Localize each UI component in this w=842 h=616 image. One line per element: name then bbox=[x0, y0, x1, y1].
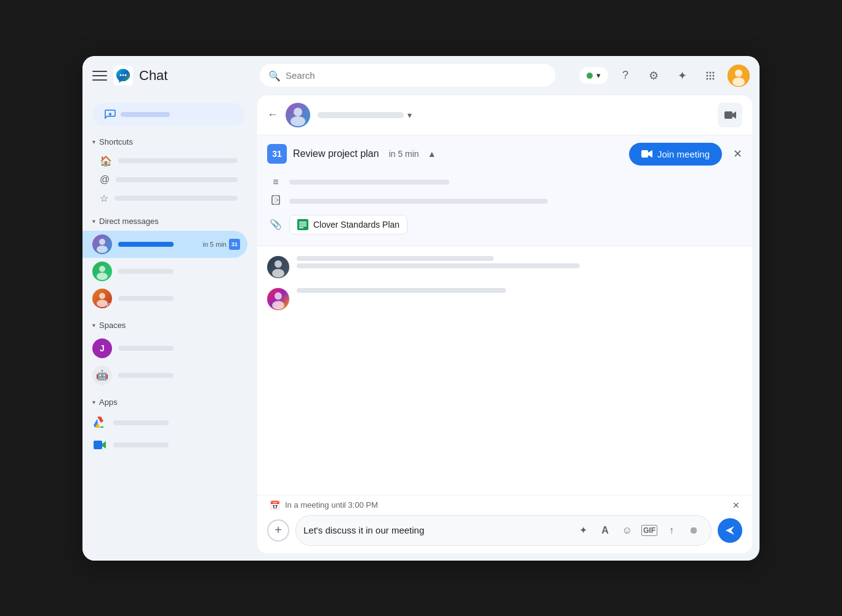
status-button[interactable]: ▾ bbox=[579, 67, 608, 84]
msg-avatar-1 bbox=[267, 256, 289, 278]
new-chat-button[interactable] bbox=[92, 103, 245, 126]
dm-avatar-3 bbox=[92, 289, 112, 308]
shortcuts-section-header[interactable]: ▾ Shortcuts bbox=[82, 134, 255, 150]
dm-item-3[interactable] bbox=[82, 285, 247, 312]
new-chat-icon bbox=[105, 109, 116, 120]
dm-avatar-1 bbox=[92, 234, 112, 254]
shortcut-label-bar bbox=[114, 196, 238, 201]
upload-button[interactable]: ↑ bbox=[662, 521, 681, 540]
svg-rect-34 bbox=[299, 223, 307, 225]
close-banner-button[interactable]: ✕ bbox=[733, 147, 742, 161]
emoji-icon: ☺ bbox=[622, 525, 632, 536]
chat-header-chevron: ▾ bbox=[407, 110, 412, 120]
shortcut-item-starred[interactable]: ☆ bbox=[82, 189, 247, 208]
msg-avatar-img-1 bbox=[267, 256, 289, 278]
shortcut-item-home[interactable]: 🏠 bbox=[82, 151, 247, 170]
chat-footer: 📅 In a meeting until 3:00 PM ✕ + ✦ bbox=[257, 495, 752, 553]
send-button[interactable] bbox=[718, 518, 742, 543]
chat-header-name[interactable]: ▾ bbox=[318, 110, 412, 120]
svg-point-18 bbox=[99, 239, 105, 245]
join-label: Join meeting bbox=[657, 149, 710, 159]
dm-item-2[interactable] bbox=[82, 258, 247, 285]
svg-point-37 bbox=[275, 260, 282, 268]
space-name-bot bbox=[118, 373, 174, 378]
svg-point-23 bbox=[97, 300, 108, 307]
svg-point-5 bbox=[710, 71, 712, 73]
attachment-row: 📎 Clover Standards Plan bbox=[270, 211, 740, 238]
attachment-icon: 📎 bbox=[270, 218, 282, 230]
notif-dot bbox=[107, 303, 112, 308]
gif-button[interactable]: GIF bbox=[640, 521, 659, 540]
topbar-right: ▾ ? ⚙ ✦ bbox=[579, 65, 750, 87]
meeting-status-close[interactable]: ✕ bbox=[732, 500, 740, 510]
help-button[interactable]: ? bbox=[614, 65, 636, 87]
spaces-section-header[interactable]: ▾ Spaces bbox=[82, 317, 255, 334]
message-input[interactable] bbox=[303, 525, 571, 535]
record-icon: ⏺ bbox=[689, 525, 699, 536]
space-avatar-bot: 🤖 bbox=[92, 366, 112, 385]
video-call-button[interactable] bbox=[718, 103, 742, 127]
join-meeting-button[interactable]: Join meeting bbox=[629, 143, 722, 166]
attachment-chip[interactable]: Clover Standards Plan bbox=[289, 215, 407, 234]
search-input[interactable] bbox=[260, 64, 555, 87]
gif-icon: GIF bbox=[641, 525, 657, 536]
dm-name-2 bbox=[118, 269, 174, 274]
svg-point-40 bbox=[272, 301, 284, 310]
dm-name-3 bbox=[118, 296, 174, 301]
meeting-expand-icon[interactable]: ▲ bbox=[428, 149, 436, 159]
apps-button[interactable] bbox=[699, 65, 721, 87]
input-actions: ✦ A ☺ GIF ↑ bbox=[573, 521, 704, 540]
svg-point-3 bbox=[125, 74, 127, 76]
meeting-row-2 bbox=[270, 191, 740, 211]
apps-section-header[interactable]: ▾ Apps bbox=[82, 394, 255, 410]
meeting-details: ≡ 📎 bbox=[267, 173, 742, 238]
shortcut-item-mentions[interactable]: @ bbox=[82, 170, 247, 189]
meeting-status-text: In a meeting until 3:00 PM bbox=[285, 500, 378, 510]
svg-rect-35 bbox=[299, 225, 307, 226]
dm-avatar-2 bbox=[92, 262, 112, 281]
msg-avatar-2 bbox=[267, 288, 289, 310]
msg-content-2 bbox=[297, 288, 742, 293]
space-item-j[interactable]: J bbox=[82, 335, 247, 362]
svg-point-1 bbox=[120, 74, 122, 76]
svg-point-19 bbox=[97, 246, 108, 253]
space-name-j bbox=[118, 346, 174, 351]
message-2 bbox=[267, 288, 742, 310]
dm-item-1[interactable]: in 5 min 31 bbox=[82, 231, 247, 258]
app-name-drive bbox=[113, 420, 169, 425]
sparkle-icon: ✦ bbox=[579, 524, 587, 536]
ai-button[interactable]: ✦ bbox=[671, 65, 693, 87]
menu-icon[interactable] bbox=[92, 68, 107, 83]
dm-chevron: ▾ bbox=[92, 218, 95, 225]
app-title: Chat bbox=[139, 68, 167, 84]
settings-button[interactable]: ⚙ bbox=[643, 65, 665, 87]
spaces-list: J 🤖 bbox=[82, 334, 255, 394]
user-avatar[interactable] bbox=[728, 65, 750, 87]
sparkle-button[interactable]: ✦ bbox=[573, 521, 593, 540]
status-dot bbox=[587, 73, 593, 79]
space-item-bot[interactable]: 🤖 bbox=[82, 362, 247, 389]
emoji-button[interactable]: ☺ bbox=[617, 521, 637, 540]
svg-point-25 bbox=[294, 108, 302, 116]
add-attachment-button[interactable]: + bbox=[267, 519, 289, 542]
join-video-icon bbox=[641, 150, 652, 158]
svg-point-6 bbox=[713, 71, 715, 73]
calendar-status-icon: 📅 bbox=[270, 500, 280, 510]
dm-section-header[interactable]: ▾ Direct messages bbox=[82, 213, 255, 230]
dm-name-1 bbox=[118, 242, 174, 247]
msg-avatar-img-2 bbox=[267, 288, 289, 310]
app-item-drive[interactable] bbox=[82, 412, 247, 434]
svg-point-31 bbox=[277, 199, 278, 201]
at-icon: @ bbox=[100, 174, 110, 185]
video-icon bbox=[724, 110, 736, 120]
svg-point-22 bbox=[99, 293, 105, 299]
format-button[interactable]: A bbox=[595, 521, 615, 540]
svg-point-11 bbox=[710, 78, 712, 79]
app-name-meet bbox=[113, 442, 169, 447]
record-button[interactable]: ⏺ bbox=[684, 521, 704, 540]
attachment-name: Clover Standards Plan bbox=[313, 220, 399, 230]
sheets-icon bbox=[297, 219, 308, 230]
back-button[interactable]: ← bbox=[267, 108, 278, 121]
app-window: Chat 🔍 ▾ ? ⚙ ✦ bbox=[82, 56, 760, 561]
app-item-meet[interactable] bbox=[82, 434, 247, 456]
